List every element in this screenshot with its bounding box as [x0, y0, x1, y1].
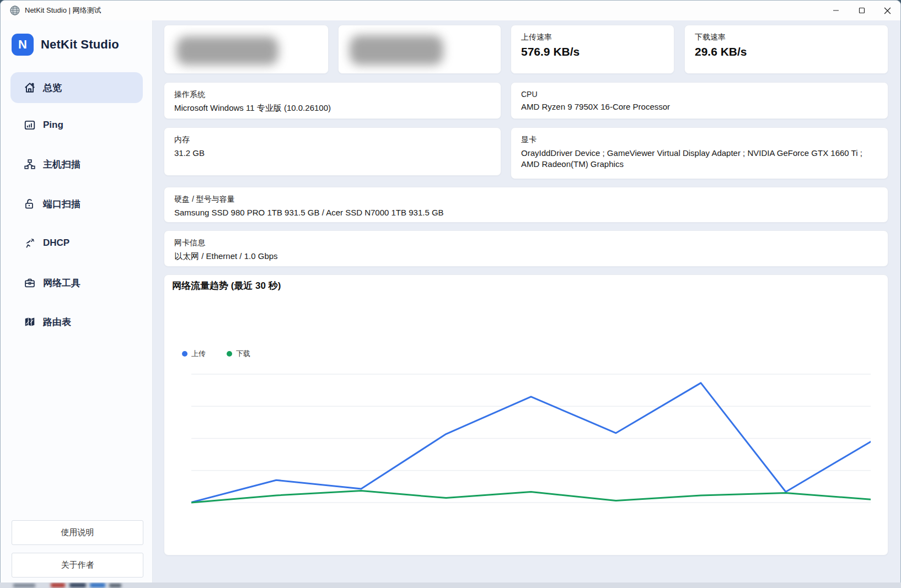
- sidebar-item-host-scan[interactable]: 主机扫描: [10, 156, 143, 172]
- gpu-label: 显卡: [521, 135, 878, 145]
- nic-card: 网卡信息 以太网 / Ethernet / 1.0 Gbps: [164, 230, 888, 267]
- os-label: 操作系统: [174, 90, 491, 100]
- gpu-card: 显卡 OrayIddDriver Device ; GameViewer Vir…: [511, 127, 888, 179]
- chart-title: 网络流量趋势 (最近 30 秒): [172, 279, 281, 292]
- legend-upload[interactable]: 上传: [182, 349, 206, 359]
- upload-speed-card: 上传速率 576.9 KB/s: [511, 25, 674, 74]
- legend-upload-label: 上传: [191, 349, 206, 359]
- cropped-content-blur: [109, 584, 121, 587]
- redacted-blur: [350, 35, 443, 65]
- toolbox-icon: [24, 277, 36, 289]
- usage-guide-button[interactable]: 使用说明: [12, 520, 143, 545]
- download-legend-dot-icon: [227, 351, 232, 357]
- memory-label: 内存: [174, 135, 491, 145]
- chart-legend: 上传 下载: [182, 349, 250, 359]
- redacted-blur: [176, 36, 278, 65]
- upload-speed-value: 576.9 KB/s: [521, 45, 664, 58]
- app-window: NetKit Studio | 网络测试 N NetKit Studio: [0, 0, 901, 582]
- brand: N NetKit Studio: [12, 34, 119, 56]
- disk-card: 硬盘 / 型号与容量 Samsung SSD 980 PRO 1TB 931.5…: [164, 187, 888, 223]
- disk-label: 硬盘 / 型号与容量: [174, 195, 878, 204]
- sidebar-item-port-scan[interactable]: 端口扫描: [10, 196, 143, 212]
- minimize-icon: [833, 7, 839, 14]
- globe-app-icon: [9, 5, 20, 16]
- redacted-card-2: [338, 25, 501, 74]
- sidebar-item-label: 主机扫描: [43, 158, 81, 171]
- map-icon: [24, 316, 36, 328]
- satellite-dish-icon: [24, 237, 36, 249]
- main-content: 上传速率 576.9 KB/s 下载速率 29.6 KB/s 操作系统 Micr…: [153, 20, 901, 582]
- download-speed-label: 下载速率: [695, 33, 878, 42]
- window-title: NetKit Studio | 网络测试: [25, 6, 101, 15]
- upload-legend-dot-icon: [182, 351, 187, 357]
- os-value: Microsoft Windows 11 专业版 (10.0.26100): [174, 103, 491, 114]
- memory-card: 内存 31.2 GB: [164, 127, 501, 176]
- cropped-content-blur: [69, 583, 86, 587]
- sidebar-item-overview[interactable]: 总览: [10, 72, 143, 103]
- maximize-icon: [859, 7, 865, 14]
- traffic-trend-card: 网络流量趋势 (最近 30 秒) 上传 下载: [164, 274, 888, 555]
- sidebar-item-label: 路由表: [43, 316, 71, 328]
- disk-value: Samsung SSD 980 PRO 1TB 931.5 GB / Acer …: [174, 207, 878, 218]
- below-window-strip: [0, 582, 901, 588]
- maximize-button[interactable]: [849, 1, 875, 20]
- upload-speed-label: 上传速率: [521, 33, 664, 42]
- nic-value: 以太网 / Ethernet / 1.0 Gbps: [174, 251, 878, 262]
- nic-label: 网卡信息: [174, 238, 878, 248]
- sidebar-item-label: 端口扫描: [43, 198, 81, 211]
- gpu-value: OrayIddDriver Device ; GameViewer Virtua…: [521, 148, 878, 170]
- close-icon: [884, 7, 891, 14]
- sidebar-item-network-tools[interactable]: 网络工具: [10, 274, 143, 291]
- download-speed-card: 下载速率 29.6 KB/s: [684, 25, 888, 74]
- cpu-card: CPU AMD Ryzen 9 7950X 16-Core Processor: [511, 82, 888, 119]
- sidebar-item-label: 总览: [43, 82, 62, 94]
- open-padlock-icon: [24, 198, 36, 210]
- memory-value: 31.2 GB: [174, 148, 491, 159]
- home-icon: [24, 82, 36, 94]
- app-logo: N: [12, 34, 34, 56]
- title-bar: NetKit Studio | 网络测试: [1, 1, 900, 20]
- legend-download[interactable]: 下载: [227, 349, 250, 359]
- cropped-content-blur: [13, 584, 35, 587]
- cropped-content-blur: [90, 583, 105, 587]
- sidebar-item-dhcp[interactable]: DHCP: [10, 235, 143, 251]
- traffic-trend-chart: [191, 367, 871, 506]
- os-card: 操作系统 Microsoft Windows 11 专业版 (10.0.2610…: [164, 82, 501, 119]
- download-speed-value: 29.6 KB/s: [695, 45, 878, 58]
- cropped-content-blur: [51, 583, 65, 587]
- legend-download-label: 下载: [236, 349, 250, 359]
- sidebar-item-route-table[interactable]: 路由表: [10, 314, 143, 330]
- about-author-button[interactable]: 关于作者: [12, 553, 143, 578]
- network-nodes-icon: [24, 158, 36, 170]
- cpu-label: CPU: [521, 90, 878, 99]
- sidebar-item-ping[interactable]: Ping: [10, 117, 143, 133]
- redacted-card-1: [164, 25, 329, 74]
- sidebar-item-label: DHCP: [43, 238, 69, 249]
- app-name: NetKit Studio: [41, 37, 119, 52]
- close-button[interactable]: [875, 1, 900, 20]
- sidebar-item-label: Ping: [43, 120, 63, 131]
- sidebar: N NetKit Studio 总览 Ping: [1, 20, 153, 582]
- bar-chart-icon: [24, 119, 36, 131]
- minimize-button[interactable]: [823, 1, 849, 20]
- cpu-value: AMD Ryzen 9 7950X 16-Core Processor: [521, 101, 878, 112]
- sidebar-item-label: 网络工具: [43, 277, 81, 289]
